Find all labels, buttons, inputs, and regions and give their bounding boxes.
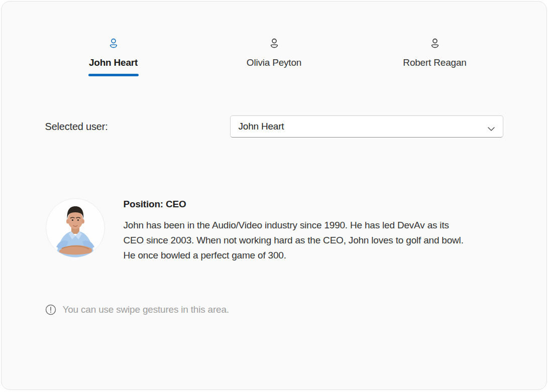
dropdown-value: John Heart	[239, 121, 488, 132]
selected-user-label: Selected user:	[45, 121, 108, 133]
tab-strip: John Heart Olivia Peyton	[33, 38, 515, 76]
person-icon	[107, 38, 120, 50]
selected-user-dropdown[interactable]: John Heart	[230, 115, 503, 138]
tab-olivia-peyton[interactable]: Olivia Peyton	[194, 38, 355, 76]
avatar	[45, 198, 105, 258]
bio-text: John has been in the Audio/Video industr…	[124, 218, 464, 263]
tab-robert-reagan[interactable]: Robert Reagan	[355, 38, 515, 76]
profile-info: Position: CEO John has been in the Audio…	[124, 198, 464, 263]
position-heading: Position: CEO	[124, 198, 464, 211]
chevron-down-icon[interactable]	[488, 124, 495, 129]
selected-tab-indicator	[88, 74, 139, 76]
bio-line: John has been in the Audio/Video industr…	[124, 218, 464, 233]
tab-john-heart[interactable]: John Heart	[33, 38, 194, 76]
employee-profile: Position: CEO John has been in the Audio…	[33, 198, 515, 263]
tab-label: Robert Reagan	[403, 56, 466, 69]
info-circle-icon	[45, 304, 56, 315]
person-icon	[268, 38, 280, 50]
tab-panel-card: John Heart Olivia Peyton	[1, 1, 547, 390]
tab-label: Olivia Peyton	[247, 56, 301, 69]
bio-line: CEO since 2003. When not working hard as…	[124, 233, 464, 248]
tab-label: John Heart	[89, 56, 138, 69]
swipe-note: You can use swipe gestures in this area.	[33, 304, 515, 315]
swipe-note-text: You can use swipe gestures in this area.	[63, 304, 229, 315]
selected-user-row: Selected user: John Heart	[33, 115, 515, 138]
person-icon	[429, 38, 441, 50]
bio-line: He once bowled a perfect game of 300.	[124, 248, 464, 263]
